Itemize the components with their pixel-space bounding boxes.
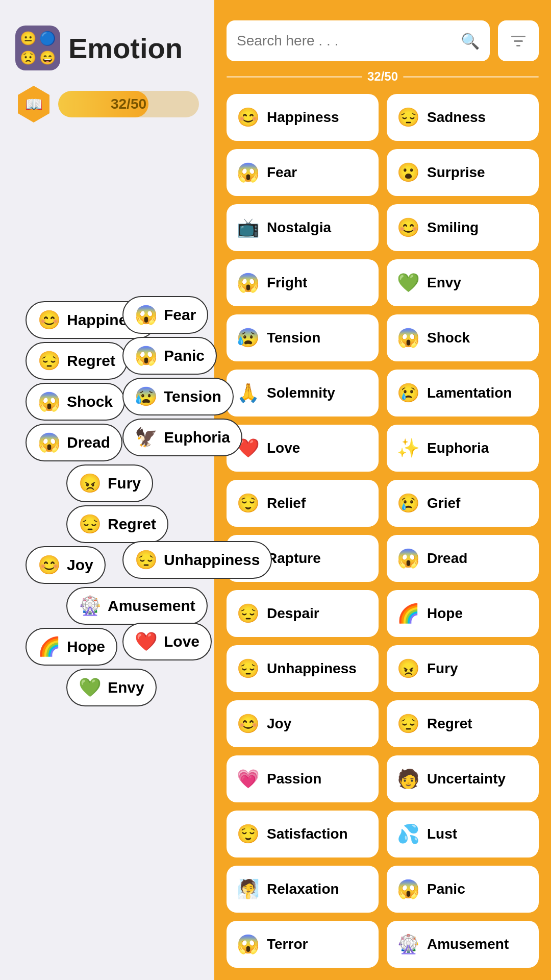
chip-label-unhappiness-left: Unhappiness (164, 551, 260, 569)
chip-regret-left[interactable]: 😔Regret (26, 342, 128, 380)
progress-container: 📖 32/50 (15, 86, 199, 122)
grid-chip-envy[interactable]: 💚Envy (387, 259, 539, 306)
grid-emoji-shock: 😱 (397, 327, 420, 349)
chip-emoji-fear-left: 😱 (135, 304, 158, 326)
grid-label-grief: Grief (427, 495, 460, 511)
grid-emoji-amusement: 🎡 (397, 934, 420, 955)
app-title: Emotion (68, 32, 183, 65)
grid-chip-smiling[interactable]: 😊Smiling (387, 204, 539, 251)
chip-fear-left[interactable]: 😱Fear (122, 296, 208, 334)
grid-chip-satisfaction[interactable]: 😌Satisfaction (227, 811, 379, 857)
chip-unhappiness-left[interactable]: 😔Unhappiness (122, 541, 272, 579)
grid-emoji-uncertainty: 🧑 (397, 768, 420, 790)
grid-label-fury: Fury (427, 660, 458, 677)
grid-emoji-fright: 😱 (237, 272, 260, 293)
grid-chip-relaxation[interactable]: 🧖Relaxation (227, 866, 379, 913)
grid-chip-despair[interactable]: 😔Despair (227, 590, 379, 637)
chip-label-love-left: Love (164, 633, 199, 650)
grid-chip-fury[interactable]: 😠Fury (387, 645, 539, 692)
grid-label-unhappiness: Unhappiness (267, 660, 357, 677)
grid-emoji-unhappiness: 😔 (237, 658, 260, 679)
grid-chip-surprise[interactable]: 😮Surprise (387, 149, 539, 196)
grid-emoji-happiness: 😊 (237, 107, 260, 128)
grid-chip-hope[interactable]: 🌈Hope (387, 590, 539, 637)
chip-emoji-regret2-left: 😔 (79, 513, 102, 535)
grid-chip-nostalgia[interactable]: 📺Nostalgia (227, 204, 379, 251)
grid-chip-fright[interactable]: 😱Fright (227, 259, 379, 306)
chip-panic-left[interactable]: 😱Panic (122, 337, 217, 375)
chip-label-amusement-left: Amusement (108, 597, 195, 615)
chip-label-dread-left: Dread (67, 434, 110, 451)
grid-emoji-lust: 💦 (397, 823, 420, 845)
grid-label-fright: Fright (267, 275, 307, 291)
grid-label-envy: Envy (427, 275, 461, 291)
grid-emoji-fear: 😱 (237, 162, 260, 183)
chip-label-hope-left: Hope (67, 638, 105, 655)
chip-dread-left[interactable]: 😱Dread (26, 424, 122, 461)
grid-chip-terror[interactable]: 😱Terror (227, 921, 379, 968)
grid-label-happiness: Happiness (267, 109, 339, 126)
chip-euphoria-left[interactable]: 🦅Euphoria (122, 419, 242, 456)
grid-chip-regret[interactable]: 😔Regret (387, 700, 539, 747)
grid-chip-grief[interactable]: 😢Grief (387, 480, 539, 527)
grid-label-terror: Terror (267, 936, 308, 952)
grid-chip-amusement[interactable]: 🎡Amusement (387, 921, 539, 968)
grid-chip-fear[interactable]: 😱Fear (227, 149, 379, 196)
grid-emoji-fury: 😠 (397, 658, 420, 679)
grid-emoji-surprise: 😮 (397, 162, 420, 183)
grid-label-lust: Lust (427, 826, 457, 842)
grid-emoji-hope: 🌈 (397, 603, 420, 624)
grid-label-uncertainty: Uncertainty (427, 771, 506, 787)
grid-chip-relief[interactable]: 😌Relief (227, 480, 379, 527)
grid-chip-sadness[interactable]: 😔Sadness (387, 94, 539, 141)
grid-emoji-relaxation: 🧖 (237, 878, 260, 900)
grid-chip-lamentation[interactable]: 😢Lamentation (387, 370, 539, 416)
chip-emoji-hope-left: 🌈 (38, 636, 61, 657)
search-input[interactable] (237, 33, 457, 49)
chip-fury-left[interactable]: 😠Fury (66, 464, 153, 502)
chip-emoji-euphoria-left: 🦅 (135, 427, 158, 448)
grid-chip-tension[interactable]: 😰Tension (227, 314, 379, 361)
grid-emoji-lamentation: 😢 (397, 382, 420, 404)
grid-chip-solemnity[interactable]: 🙏Solemnity (227, 370, 379, 416)
chip-emoji-panic-left: 😱 (135, 345, 158, 366)
search-input-wrapper[interactable]: 🔍 (227, 20, 490, 61)
grid-label-satisfaction: Satisfaction (267, 826, 348, 842)
grid-emoji-dread: 😱 (397, 548, 420, 569)
chip-regret2-left[interactable]: 😔Regret (66, 505, 168, 543)
chip-hope-left[interactable]: 🌈Hope (26, 628, 117, 666)
chip-tension-left[interactable]: 😰Tension (122, 378, 234, 415)
filter-button[interactable] (498, 20, 539, 61)
grid-chip-love[interactable]: ❤️Love (227, 425, 379, 472)
grid-chip-happiness[interactable]: 😊Happiness (227, 94, 379, 141)
grid-chip-joy[interactable]: 😊Joy (227, 700, 379, 747)
grid-chip-lust[interactable]: 💦Lust (387, 811, 539, 857)
chip-envy-left[interactable]: 💚Envy (66, 669, 157, 706)
progress-label: 32/50 (58, 96, 199, 112)
grid-emoji-euphoria: ✨ (397, 437, 420, 459)
chip-label-regret2-left: Regret (108, 516, 156, 533)
chip-emoji-love-left: ❤️ (135, 631, 158, 652)
chip-joy-left[interactable]: 😊Joy (26, 546, 106, 584)
grid-chip-shock[interactable]: 😱Shock (387, 314, 539, 361)
grid-emoji-smiling: 😊 (397, 217, 420, 238)
grid-label-lamentation: Lamentation (427, 385, 512, 401)
grid-chip-uncertainty[interactable]: 🧑Uncertainty (387, 755, 539, 802)
right-panel: 🔍 32/50 😊Happiness😔Sadness😱Fear😮Surprise… (214, 0, 551, 980)
svg-rect-1 (514, 40, 523, 42)
chip-shock-left[interactable]: 😱Shock (26, 383, 125, 421)
grid-chip-unhappiness[interactable]: 😔Unhappiness (227, 645, 379, 692)
grid-chip-dread[interactable]: 😱Dread (387, 535, 539, 582)
grid-label-smiling: Smiling (427, 219, 479, 236)
chip-amusement-left[interactable]: 🎡Amusement (66, 587, 208, 625)
grid-chip-panic[interactable]: 😱Panic (387, 866, 539, 913)
chip-label-regret-left: Regret (67, 352, 115, 370)
grid-chip-euphoria[interactable]: ✨Euphoria (387, 425, 539, 472)
grid-emoji-solemnity: 🙏 (237, 382, 260, 404)
grid-chip-passion[interactable]: 💗Passion (227, 755, 379, 802)
chip-emoji-happiness-left: 😊 (38, 309, 61, 331)
chip-emoji-regret-left: 😔 (38, 350, 61, 372)
grid-label-surprise: Surprise (427, 164, 485, 181)
chip-love-left[interactable]: ❤️Love (122, 623, 212, 660)
grid-emoji-satisfaction: 😌 (237, 823, 260, 845)
